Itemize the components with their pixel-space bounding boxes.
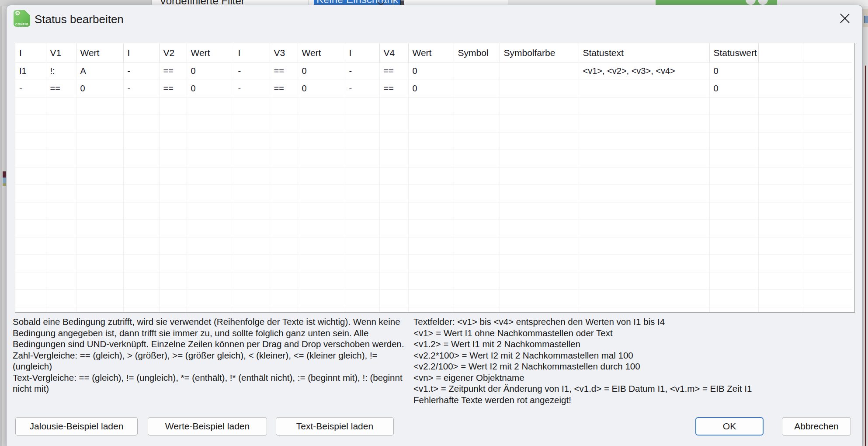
column-header: Wert — [408, 43, 454, 63]
table-cell[interactable]: == — [379, 63, 408, 80]
table-cell[interactable] — [454, 80, 500, 98]
table-cell[interactable] — [758, 80, 803, 98]
table-cell — [270, 132, 298, 150]
table-cell — [234, 167, 270, 185]
table-cell — [76, 150, 123, 167]
table-cell[interactable]: - — [345, 63, 379, 80]
table-cell[interactable]: - — [123, 63, 159, 80]
window-fragment — [3, 183, 6, 186]
table-cell[interactable]: 0 — [408, 63, 454, 80]
table-cell[interactable]: A — [76, 63, 123, 80]
tag-fold — [24, 10, 30, 16]
table-cell — [579, 185, 709, 202]
table-cell[interactable]: == — [46, 80, 76, 98]
table-cell[interactable]: - — [234, 63, 270, 80]
table-cell — [454, 202, 500, 220]
table-cell — [500, 272, 579, 290]
table-cell[interactable] — [454, 63, 500, 80]
config-app-icon: ⚙ CONFIG — [14, 10, 30, 27]
table-cell — [123, 185, 159, 202]
column-header — [758, 43, 803, 63]
table-row[interactable]: I1!:A-==0-==0-==0<v1>, <v2>, <v3>, <v4>0 — [15, 63, 852, 80]
table-cell — [298, 115, 345, 132]
table-cell[interactable]: 0 — [76, 80, 123, 98]
table-cell[interactable]: == — [379, 80, 408, 98]
table-cell[interactable]: 0 — [408, 80, 454, 98]
empty-row — [15, 255, 852, 272]
table-cell[interactable]: == — [159, 80, 187, 98]
text-beispiel-button[interactable]: Text-Beispiel laden — [276, 417, 394, 436]
table-cell — [76, 307, 123, 313]
table-cell — [758, 202, 803, 220]
table-cell — [159, 307, 187, 313]
table-cell — [298, 290, 345, 307]
column-header: Wert — [298, 43, 345, 63]
table-cell[interactable] — [758, 63, 803, 80]
toolbar-circle-icon[interactable] — [746, 0, 756, 5]
table-cell — [345, 272, 379, 290]
table-cell — [123, 202, 159, 220]
table-cell — [46, 307, 76, 313]
table-cell — [123, 290, 159, 307]
table-cell[interactable]: == — [270, 80, 298, 98]
table-cell — [500, 185, 579, 202]
table-cell[interactable]: 0 — [298, 80, 345, 98]
table-cell[interactable]: == — [159, 63, 187, 80]
notes-right: Textfelder: <v1> bis <v4> entsprechen de… — [413, 316, 811, 405]
abbrechen-button[interactable]: Abbrechen — [782, 417, 851, 436]
table-cell — [345, 115, 379, 132]
table-cell — [579, 150, 709, 167]
toolbar-circle-icon[interactable] — [758, 0, 768, 5]
table-cell[interactable] — [500, 63, 579, 80]
table-cell[interactable] — [579, 80, 709, 98]
table-cell[interactable] — [803, 63, 852, 80]
table-cell[interactable] — [500, 80, 579, 98]
table-cell[interactable]: - — [123, 80, 159, 98]
table-cell — [454, 272, 500, 290]
ok-button[interactable]: OK — [695, 417, 764, 436]
table-cell — [709, 272, 758, 290]
table-row[interactable]: -==0-==0-==0-==00 — [15, 80, 852, 98]
table-cell — [123, 255, 159, 272]
table-cell[interactable]: <v1>, <v2>, <v3>, <v4> — [579, 63, 709, 80]
table-cell — [298, 98, 345, 115]
table-cell — [758, 167, 803, 185]
werte-beispiel-button[interactable]: Werte-Beispiel laden — [148, 417, 267, 436]
table-cell — [345, 307, 379, 313]
table-cell[interactable]: - — [345, 80, 379, 98]
table-cell — [379, 98, 408, 115]
table-cell — [758, 150, 803, 167]
table-cell[interactable]: 0 — [298, 63, 345, 80]
table-cell[interactable]: - — [15, 80, 46, 98]
close-button[interactable] — [833, 8, 856, 28]
table-cell — [298, 185, 345, 202]
table-cell — [15, 185, 46, 202]
table-cell — [379, 150, 408, 167]
table-cell[interactable]: 0 — [187, 80, 234, 98]
table-cell[interactable]: == — [270, 63, 298, 80]
table-cell — [345, 185, 379, 202]
table-cell — [579, 307, 709, 313]
table-cell — [187, 167, 234, 185]
table-cell — [234, 255, 270, 272]
table-cell[interactable] — [803, 80, 852, 98]
empty-row — [15, 307, 852, 313]
table-cell — [408, 132, 454, 150]
table-cell[interactable]: 0 — [709, 63, 758, 80]
table-cell — [454, 167, 500, 185]
table-cell[interactable]: I1 — [15, 63, 46, 80]
table-cell[interactable]: 0 — [709, 80, 758, 98]
table-cell — [758, 237, 803, 255]
table-cell — [15, 220, 46, 237]
table-cell — [758, 290, 803, 307]
table-cell[interactable]: !: — [46, 63, 76, 80]
table-cell[interactable]: 0 — [187, 63, 234, 80]
table-cell — [15, 202, 46, 220]
table-cell — [500, 115, 579, 132]
gear-icon: ⚙ — [15, 10, 21, 16]
table-cell[interactable]: - — [234, 80, 270, 98]
jalousie-beispiel-button[interactable]: Jalousie-Beispiel laden — [15, 417, 138, 436]
table-cell — [187, 98, 234, 115]
note-line: <v1> = Wert I1 ohne Nachkommastellen ode… — [413, 328, 811, 339]
table-cell — [234, 272, 270, 290]
